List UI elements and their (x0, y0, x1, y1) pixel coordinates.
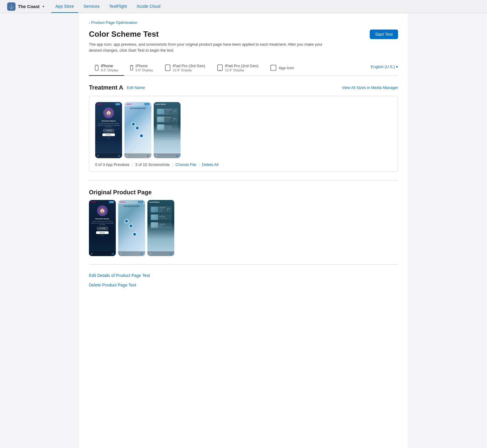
svg-rect-1 (96, 66, 98, 66)
original-level-card-3: Lake Tahoe #1 of 8 (150, 221, 172, 229)
original-later-link: Later (89, 235, 116, 236)
breadcrumb-chevron: ‹ (89, 21, 90, 24)
delete-page-link[interactable]: Delete Product Page Test (89, 283, 398, 287)
timer-badge: ⏱ 5d 12h (103, 129, 114, 132)
edit-name-link[interactable]: Edit Name (127, 85, 145, 90)
original-level-card-2: San F Bay #1 of 8 friends (150, 214, 172, 221)
tab-ipadpro2-name: iPad Pro (2nd Gen) (225, 64, 258, 68)
original-page-title: Original Product Page (89, 189, 398, 196)
tab-iphone55-name: iPhone (135, 64, 153, 68)
original-level-select-header: Level Select (147, 200, 174, 204)
tab-iphone55[interactable]: iPhone 5.5" Display (124, 61, 159, 76)
map-pin-3 (131, 122, 135, 126)
original-sf-bay-label: SAN FRANCISCO BAY (118, 204, 145, 208)
previews-count: 0 of 3 App Previews (95, 162, 130, 167)
original-hurricane-title: Hurricane Season (89, 217, 116, 221)
brand-logo[interactable]: ⚓ The Coast ▾ (7, 2, 44, 11)
appicon-tab-icon (270, 65, 276, 71)
language-label: English (U.S.) (371, 64, 395, 69)
nav-links: App Store Services TestFlight Xcode Clou… (51, 0, 165, 13)
screenshot-hurricane: ♥♥♥♥♥ N 50 🏠 Hurricane Season Protect se… (95, 102, 122, 158)
treatment-a-screenshots-row: ♥♥♥♥♥ N 50 🏠 Hurricane Season Protect se… (95, 102, 392, 158)
original-screenshot-level: Level Select Crater Lake #1 of 8 friends… (147, 200, 174, 256)
nav-link-services[interactable]: Services (79, 0, 104, 13)
play-button: Play Now (102, 133, 115, 136)
treatment-a-screenshots-box: ♥♥♥♥♥ N 50 🏠 Hurricane Season Protect se… (89, 96, 398, 172)
map-pin-1 (135, 126, 139, 130)
screenshots-count: 3 of 10 Screenshots (135, 162, 170, 167)
original-hurricane-subtitle: Protect sea-faring sailors from crashing… (89, 221, 116, 226)
tab-iphone65-name: iPhone (101, 64, 118, 68)
nav-link-app-store[interactable]: App Store (51, 0, 78, 13)
svg-rect-5 (218, 65, 222, 71)
nav-link-xcode-cloud[interactable]: Xcode Cloud (132, 0, 164, 13)
brand-name: The Coast (18, 4, 40, 9)
level-select-header: Level Select (154, 102, 181, 106)
page-title: Color Scheme Test (89, 30, 159, 39)
original-lighthouse-icon: 🏠 (97, 205, 108, 216)
original-play-button: Play Now (96, 231, 109, 234)
nav-link-testflight[interactable]: TestFlight (105, 0, 131, 13)
original-screenshots-row: ♥♥♥♥♥ N 50 🏠 Hurricane Season Protect se… (89, 200, 398, 256)
iphone65-icon (95, 65, 98, 71)
level-card-2: San F Bay #1 of 8 friends 42 of 8 (156, 116, 178, 123)
original-screenshot-map: ♥♥♥♥♥ N 50 SAN FRANCISCO BAY ⚙ 👥 (118, 200, 145, 256)
section-divider-2 (89, 264, 398, 265)
later-link: Later (95, 137, 122, 138)
original-screenshot-hurricane: ♥♥♥♥♥ N 50 🏠 Hurricane Season Protect se… (89, 200, 116, 256)
original-product-page-section: Original Product Page ♥♥♥♥♥ N 50 🏠 Hurri… (89, 189, 398, 256)
sf-bay-label: SAN FRANCISCO BAY (124, 106, 151, 110)
choose-file-link[interactable]: Choose File (175, 162, 196, 167)
main-content: ‹ Product Page Optimization Color Scheme… (79, 13, 408, 448)
edit-details-link[interactable]: Edit Details of Product Page Test (89, 273, 398, 278)
bottom-actions: Edit Details of Product Page Test Delete… (89, 273, 398, 287)
device-tabs: iPhone 6.5" Display iPhone 5.5" Display (89, 60, 398, 76)
svg-rect-7 (271, 65, 276, 70)
map-pin-2 (139, 134, 144, 138)
iphone55-icon (130, 65, 133, 70)
lighthouse-icon: 🏠 (103, 107, 114, 118)
tab-iphone55-size: 5.5" Display (135, 68, 153, 72)
level-card-1: Crater Lake #1 of 8 friends 42 of 8 (156, 108, 178, 115)
tab-ipadpro3[interactable]: iPad Pro (3rd Gen) 12.9" Display (159, 61, 211, 76)
svg-rect-3 (131, 66, 132, 66)
brand-icon: ⚓ (7, 2, 16, 11)
page-header: Color Scheme Test Start Test (89, 30, 398, 39)
tab-iphone65[interactable]: iPhone 6.5" Display (89, 61, 124, 76)
brand-chevron: ▾ (43, 5, 44, 8)
treatment-a-section: Treatment A Edit Name View All Sizes in … (89, 84, 398, 172)
tab-iphone65-size: 6.5" Display (101, 68, 118, 72)
treatment-a-header: Treatment A Edit Name View All Sizes in … (89, 84, 398, 91)
original-timer-badge: ⏱ 5d 12h (97, 227, 108, 230)
treatment-a-title: Treatment A (89, 84, 123, 91)
tab-ipadpro2-size: 12.9" Display (225, 68, 258, 72)
breadcrumb[interactable]: ‹ Product Page Optimization (89, 20, 398, 25)
svg-rect-0 (95, 65, 98, 70)
page-description: The app icon, app previews, and screensh… (89, 41, 328, 53)
original-level-card-1: Crater Lake #1 of 8 friends 42 of 8 (150, 206, 172, 213)
ipadpro3-icon (165, 64, 170, 71)
language-selector[interactable]: English (U.S.) ▾ (371, 64, 398, 71)
breadcrumb-label: Product Page Optimization (91, 20, 138, 25)
svg-rect-2 (130, 65, 133, 70)
screenshot-map: ♥♥♥♥♥ N 50 SAN FRANCISCO BAY ⚙ 👥 (124, 102, 151, 158)
screenshots-footer: 0 of 3 App Previews | 3 of 10 Screenshot… (95, 162, 392, 167)
tab-ipadpro3-name: iPad Pro (3rd Gen) (173, 64, 205, 68)
hurricane-title: Hurricane Season (95, 119, 122, 123)
start-test-button[interactable]: Start Test (370, 30, 398, 39)
screenshot-level: Level Select Crater Lake #1 of 8 friends… (154, 102, 181, 158)
section-divider-1 (89, 180, 398, 181)
ipadpro2-icon (217, 64, 223, 71)
svg-point-6 (220, 70, 220, 70)
tab-appicon[interactable]: App Icon (264, 62, 300, 74)
hurricane-subtitle: Protect sea-faring sailors from crashing… (95, 123, 122, 128)
top-navigation: ⚓ The Coast ▾ App Store Services TestFli… (0, 0, 487, 13)
language-chevron: ▾ (396, 64, 398, 69)
tab-appicon-name: App Icon (279, 66, 294, 70)
tab-ipadpro2[interactable]: iPad Pro (2nd Gen) 12.9" Display (211, 61, 264, 76)
tab-ipadpro3-size: 12.9" Display (173, 68, 205, 72)
view-all-link[interactable]: View All Sizes in Media Manager (342, 85, 398, 90)
delete-all-link[interactable]: Delete All (202, 162, 218, 167)
svg-rect-4 (165, 65, 170, 71)
level-card-3: Lake Tahoe #1 of 8 friends (156, 124, 178, 131)
